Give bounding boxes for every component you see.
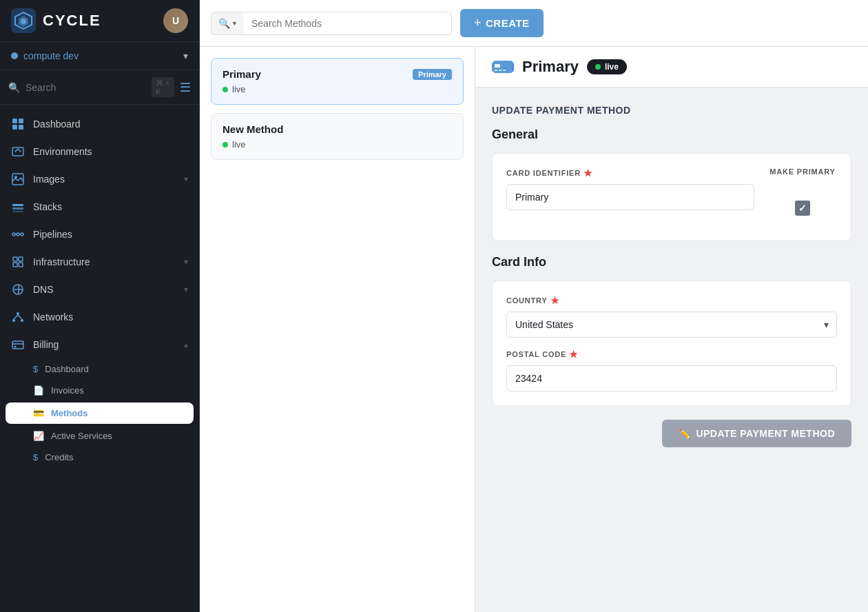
postal-required-icon: ★ bbox=[569, 349, 579, 360]
sidebar-item-billing[interactable]: Billing ▴ bbox=[0, 331, 199, 358]
country-select[interactable]: United States Canada United Kingdom bbox=[506, 312, 837, 338]
sidebar-item-images[interactable]: Images ▾ bbox=[0, 165, 199, 193]
svg-point-14 bbox=[21, 233, 23, 236]
postal-code-input[interactable] bbox=[506, 365, 837, 391]
sidebar-item-dashboard[interactable]: Dashboard bbox=[0, 110, 199, 138]
svg-rect-15 bbox=[13, 257, 17, 261]
method-card-primary[interactable]: Primary Primary live bbox=[211, 58, 464, 105]
live-dot-icon bbox=[595, 64, 601, 70]
primary-badge: Primary bbox=[413, 69, 452, 80]
method-primary-name: Primary bbox=[223, 68, 261, 80]
svg-rect-4 bbox=[12, 125, 17, 130]
app-title: CYCLE bbox=[43, 12, 101, 30]
method-card-new[interactable]: New Method live bbox=[211, 113, 464, 160]
env-dot-icon bbox=[11, 52, 18, 59]
sidebar-item-infrastructure[interactable]: Infrastructure ▾ bbox=[0, 248, 199, 276]
methods-list: Primary Primary live New Method live bbox=[200, 47, 475, 612]
edit-icon: ✏️ bbox=[679, 428, 691, 439]
networks-icon bbox=[11, 310, 25, 324]
svg-rect-29 bbox=[503, 70, 506, 71]
env-selector[interactable]: compute dev ▾ bbox=[0, 42, 199, 70]
sidebar-item-environments[interactable]: Environments bbox=[0, 138, 199, 165]
sidebar-item-active-services[interactable]: 📈 Active Services bbox=[0, 425, 199, 447]
invoices-label: Invoices bbox=[51, 385, 84, 396]
sidebar-item-dns[interactable]: DNS ▾ bbox=[0, 276, 199, 303]
billing-sub-nav: $ Dashboard 📄 Invoices 💳 Methods 📈 Activ… bbox=[0, 358, 199, 468]
sidebar-item-invoices[interactable]: 📄 Invoices bbox=[0, 380, 199, 401]
search-filter-icon: 🔍 bbox=[218, 18, 230, 29]
networks-label: Networks bbox=[33, 312, 188, 323]
detail-header: Primary live bbox=[475, 47, 868, 88]
update-payment-title: UPDATE PAYMENT METHOD bbox=[492, 104, 851, 116]
postal-code-group: POSTAL CODE ★ bbox=[506, 349, 837, 391]
method-card-primary-header: Primary Primary bbox=[223, 68, 452, 80]
search-methods-container: 🔍 ▾ bbox=[211, 12, 452, 35]
svg-rect-23 bbox=[12, 341, 23, 349]
cycle-logo-icon bbox=[11, 8, 36, 33]
user-avatar[interactable]: U bbox=[163, 8, 188, 33]
country-label: COUNTRY ★ bbox=[506, 295, 837, 306]
update-button-label: UPDATE PAYMENT METHOD bbox=[696, 428, 835, 439]
method-card-new-header: New Method bbox=[223, 123, 452, 135]
billing-label: Billing bbox=[33, 339, 176, 350]
make-primary-checkbox[interactable] bbox=[795, 201, 810, 216]
card-info-form-card: COUNTRY ★ United States Canada United Ki… bbox=[492, 280, 851, 406]
svg-rect-3 bbox=[19, 119, 23, 123]
detail-title: Primary bbox=[522, 58, 579, 76]
stacks-label: Stacks bbox=[33, 201, 188, 212]
billing-chevron-icon: ▴ bbox=[184, 340, 188, 349]
dashboard-icon bbox=[11, 117, 25, 131]
svg-point-20 bbox=[17, 312, 19, 315]
sidebar-item-stacks[interactable]: Stacks bbox=[0, 193, 199, 221]
method-primary-status-text: live bbox=[232, 84, 246, 94]
sidebar-search-input[interactable] bbox=[25, 82, 146, 93]
update-button-container: ✏️ UPDATE PAYMENT METHOD bbox=[492, 420, 851, 447]
method-new-status: live bbox=[223, 139, 452, 150]
svg-rect-18 bbox=[19, 263, 23, 267]
svg-rect-5 bbox=[19, 125, 23, 130]
card-info-section: Card Info COUNTRY ★ United States bbox=[492, 255, 851, 406]
create-button[interactable]: + CREATE bbox=[460, 9, 544, 37]
active-services-icon: 📈 bbox=[33, 431, 44, 441]
sidebar-item-methods[interactable]: 💳 Methods bbox=[6, 402, 194, 424]
card-identifier-input[interactable] bbox=[506, 184, 754, 210]
sidebar-header: CYCLE U bbox=[0, 0, 199, 42]
svg-point-13 bbox=[17, 233, 19, 236]
detail-body: UPDATE PAYMENT METHOD General CARD IDENT… bbox=[475, 88, 868, 464]
svg-point-22 bbox=[21, 319, 23, 322]
status-dot-icon bbox=[223, 87, 228, 92]
general-form-row: CARD IDENTIFIER ★ MAKE PRIMARY bbox=[506, 167, 837, 216]
svg-rect-11 bbox=[12, 211, 23, 212]
billing-dashboard-label: Dashboard bbox=[45, 364, 89, 374]
dns-chevron-icon: ▾ bbox=[184, 285, 188, 294]
new-status-dot-icon bbox=[223, 142, 228, 147]
sidebar-item-credits[interactable]: $ Credits bbox=[0, 447, 199, 468]
dns-label: DNS bbox=[33, 284, 176, 295]
general-form-card: CARD IDENTIFIER ★ MAKE PRIMARY bbox=[492, 153, 851, 241]
method-primary-status: live bbox=[223, 84, 452, 94]
infrastructure-label: Infrastructure bbox=[33, 256, 176, 267]
methods-label: Methods bbox=[51, 408, 87, 418]
search-icon: 🔍 bbox=[8, 82, 20, 93]
svg-rect-26 bbox=[495, 64, 500, 68]
update-payment-button[interactable]: ✏️ UPDATE PAYMENT METHOD bbox=[662, 420, 851, 447]
active-services-label: Active Services bbox=[51, 431, 112, 441]
sidebar-item-billing-dashboard[interactable]: $ Dashboard bbox=[0, 358, 199, 380]
search-input[interactable] bbox=[243, 12, 452, 35]
sidebar-item-networks[interactable]: Networks bbox=[0, 303, 199, 331]
sidebar-item-pipelines[interactable]: Pipelines bbox=[0, 221, 199, 248]
sidebar-filter-icon[interactable]: ☰ bbox=[180, 80, 191, 95]
country-group: COUNTRY ★ United States Canada United Ki… bbox=[506, 295, 837, 338]
plus-icon: + bbox=[474, 16, 482, 30]
content-area: Primary Primary live New Method live bbox=[200, 47, 868, 612]
postal-code-label: POSTAL CODE ★ bbox=[506, 349, 837, 360]
make-primary-group: MAKE PRIMARY bbox=[768, 167, 837, 216]
search-filter-dropdown[interactable]: 🔍 ▾ bbox=[211, 12, 243, 35]
filter-chevron-icon: ▾ bbox=[233, 19, 236, 27]
credits-label: Credits bbox=[45, 452, 73, 462]
svg-point-21 bbox=[12, 319, 15, 322]
svg-rect-2 bbox=[12, 119, 17, 123]
billing-dash-icon: $ bbox=[33, 364, 38, 374]
images-chevron-icon: ▾ bbox=[184, 174, 188, 184]
required-star-icon: ★ bbox=[583, 167, 593, 178]
